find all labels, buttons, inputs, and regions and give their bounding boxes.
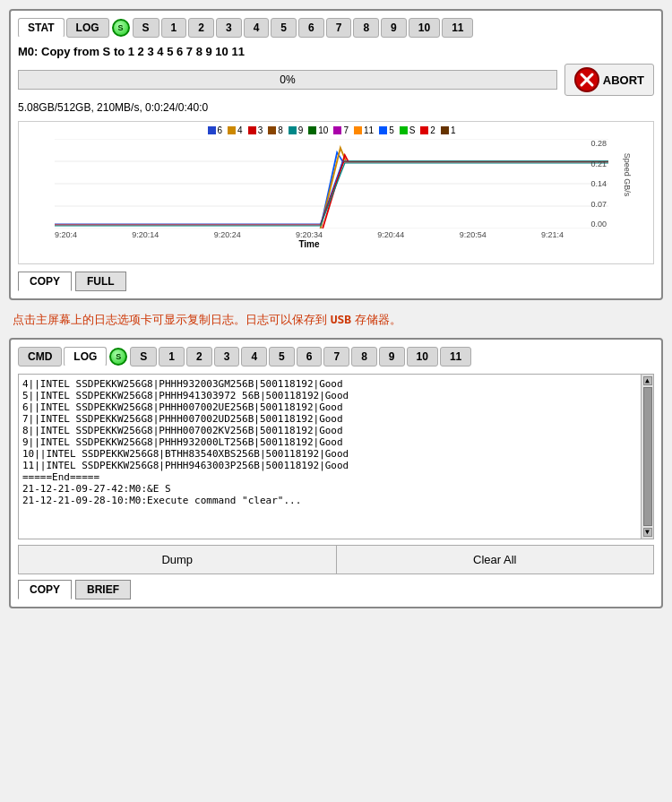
y-label-007: 0.07: [590, 200, 607, 209]
y-axis-title: Speed GB/s: [624, 153, 633, 197]
abort-button[interactable]: ABORT: [564, 64, 654, 96]
svg-rect-11: [379, 126, 387, 134]
action-buttons: Dump Clear All: [18, 545, 654, 574]
dump-button[interactable]: Dump: [18, 545, 336, 574]
legend-dot-7: [333, 126, 341, 134]
svg-rect-13: [420, 126, 428, 134]
legend-4: 4: [228, 125, 243, 135]
log-line-6: 9||INTEL SSDPEKKW256G8|PHHH932000LT256B|…: [22, 436, 635, 448]
tab-10-top[interactable]: 10: [409, 18, 440, 38]
legend-9: 9: [289, 125, 304, 135]
usb-label: USB: [331, 313, 351, 326]
svg-rect-8: [308, 126, 316, 134]
log-line-10: 21-12-21-09-27-42:M0:&E S: [22, 483, 635, 495]
log-line-2: 5||INTEL SSDPEKKW256G8|PHHH941303972 56B…: [22, 390, 635, 401]
legend-s: S: [400, 125, 416, 135]
bottom-panel: CMD LOG S S 1 2 3 4 5 6 7 8 9 10 11 4||I…: [9, 338, 663, 608]
tab-10-bottom[interactable]: 10: [407, 347, 438, 367]
tab-3-bottom[interactable]: 3: [214, 347, 240, 367]
log-area: 4||INTEL SSDPEKKW256G8|PHHH932003GM256B|…: [18, 374, 654, 539]
legend-dot-8: [268, 126, 276, 134]
legend-dot-2: [420, 126, 428, 134]
tab-4-bottom[interactable]: 4: [241, 347, 267, 367]
svg-rect-3: [208, 126, 216, 134]
copy-button-bottom[interactable]: COPY: [18, 580, 72, 599]
tab-5-bottom[interactable]: 5: [269, 347, 295, 367]
legend-11: 11: [354, 125, 374, 135]
legend-8: 8: [268, 125, 283, 135]
tab-cmd[interactable]: CMD: [18, 347, 62, 367]
tab-7-bottom[interactable]: 7: [323, 347, 349, 367]
legend-dot-6: [208, 126, 216, 134]
log-line-4: 7||INTEL SSDPEKKW256G8|PHHH007002UD256B|…: [22, 413, 635, 425]
tab-4-top[interactable]: 4: [244, 18, 270, 38]
y-label-000: 0.00: [590, 220, 607, 229]
tab-1-top[interactable]: 1: [161, 18, 187, 38]
x-axis-title: Time: [55, 239, 608, 249]
tab-stat[interactable]: STAT: [18, 18, 65, 38]
tab-8-bottom[interactable]: 8: [351, 347, 377, 367]
legend-dot-5: [379, 126, 387, 134]
tab-5-top[interactable]: 5: [271, 18, 297, 38]
chart-x-labels: 9:20:4 9:20:14 9:20:24 9:20:34 9:20:44 9…: [55, 230, 608, 239]
y-label-014: 0.14: [590, 179, 607, 188]
tab-3-top[interactable]: 3: [216, 18, 242, 38]
chart-plot-area: 0.28 0.21 0.14 0.07 0.00 Speed GB/s: [55, 139, 608, 229]
legend-dot-s: [400, 126, 408, 134]
legend-6: 6: [208, 125, 223, 135]
tab-1-bottom[interactable]: 1: [159, 347, 185, 367]
legend-dot-11: [354, 126, 362, 134]
tab-7-top[interactable]: 7: [326, 18, 352, 38]
clear-all-button[interactable]: Clear All: [336, 545, 655, 574]
tab-green-icon-top[interactable]: S: [112, 19, 130, 37]
full-button-top[interactable]: FULL: [75, 272, 126, 291]
x-label-4: 9:20:34: [296, 230, 323, 239]
x-label-7: 9:21:4: [541, 230, 564, 239]
scroll-up-arrow[interactable]: ▲: [643, 376, 652, 385]
scroll-thumb[interactable]: [643, 387, 652, 526]
progress-bar: 0%: [18, 70, 557, 90]
chart-svg-container: [55, 139, 608, 229]
tab-6-top[interactable]: 6: [298, 18, 324, 38]
tab-11-bottom[interactable]: 11: [440, 347, 471, 367]
tab-11-top[interactable]: 11: [442, 18, 473, 38]
tab-log-bottom[interactable]: LOG: [64, 347, 107, 367]
tab-2-top[interactable]: 2: [188, 18, 214, 38]
scroll-down-arrow[interactable]: ▼: [643, 528, 652, 537]
middle-description: 点击主屏幕上的日志选项卡可显示复制日志。日志可以保存到 USB 存储器。: [13, 311, 659, 329]
tab-9-bottom[interactable]: 9: [379, 347, 405, 367]
bottom-tab-bar: CMD LOG S S 1 2 3 4 5 6 7 8 9 10 11: [18, 347, 654, 367]
copy-button-top[interactable]: COPY: [18, 272, 72, 291]
chart-legend: 6 4 3 8 9 10 7: [55, 125, 608, 135]
svg-rect-4: [228, 126, 236, 134]
chart-y-labels: 0.28 0.21 0.14 0.07 0.00: [590, 139, 607, 229]
legend-dot-4: [228, 126, 236, 134]
tab-log-top[interactable]: LOG: [66, 18, 109, 38]
tab-8-top[interactable]: 8: [353, 18, 379, 38]
abort-icon: [574, 67, 599, 92]
log-content: 4||INTEL SSDPEKKW256G8|PHHH932003GM256B|…: [22, 378, 635, 506]
tab-6-bottom[interactable]: 6: [297, 347, 323, 367]
legend-dot-10: [308, 126, 316, 134]
svg-rect-14: [441, 126, 449, 134]
y-label-021: 0.21: [590, 160, 607, 168]
legend-2: 2: [420, 125, 435, 135]
tab-2-bottom[interactable]: 2: [186, 347, 212, 367]
log-line-5: 8||INTEL SSDPEKKW256G8|PHHH007002KV256B|…: [22, 425, 635, 436]
log-line-3: 6||INTEL SSDPEKKW256G8|PHHH007002UE256B|…: [22, 401, 635, 413]
log-line-11: 21-12-21-09-28-10:M0:Execute command "cl…: [22, 495, 635, 506]
status-line: M0: Copy from S to 1 2 3 4 5 6 7 8 9 10 …: [18, 45, 654, 58]
tab-s-top[interactable]: S: [133, 18, 159, 38]
tab-green-icon-bottom[interactable]: S: [109, 348, 127, 366]
x-label-6: 9:20:54: [460, 230, 487, 239]
brief-button-bottom[interactable]: BRIEF: [75, 580, 131, 599]
progress-row: 0% ABORT: [18, 64, 654, 96]
tab-9-top[interactable]: 9: [381, 18, 407, 38]
svg-rect-10: [354, 126, 362, 134]
legend-dot-9: [289, 126, 297, 134]
svg-rect-5: [248, 126, 256, 134]
x-label-3: 9:20:24: [214, 230, 241, 239]
info-line: 5.08GB/512GB, 210MB/s, 0:0:24/0:40:0: [18, 101, 654, 114]
legend-3: 3: [248, 125, 263, 135]
tab-s-bottom[interactable]: S: [130, 347, 157, 367]
